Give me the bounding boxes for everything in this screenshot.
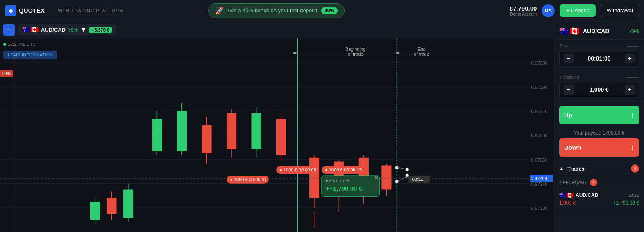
up-arrow-icon: ↑ bbox=[630, 111, 634, 119]
trade-buttons-section: Up ↑ Your payout: 1790.00 € Down ↓ bbox=[554, 102, 644, 161]
sidebar-pair-name: AUD/CAD bbox=[583, 28, 610, 34]
down-arrow-icon: ↓ bbox=[630, 143, 634, 152]
trade-item-flags: 🇦🇺🇨🇦 bbox=[559, 192, 573, 198]
time-plus-button[interactable]: + bbox=[625, 54, 635, 63]
time-value: 00:01:00 bbox=[587, 55, 610, 62]
sidebar-pair-pct: 79% bbox=[629, 28, 639, 34]
investment-minus-button[interactable]: − bbox=[564, 85, 574, 95]
trade-item-header: 🇦🇺🇨🇦 AUD/CAD 00:15 bbox=[559, 192, 639, 198]
balance-label: Demo Account bbox=[510, 12, 537, 16]
svg-rect-10 bbox=[177, 111, 187, 151]
trades-arrow-icon: ▲ bbox=[559, 166, 564, 171]
deposit-button[interactable]: + Deposit bbox=[560, 4, 595, 17]
bonus-pct: 40% bbox=[321, 7, 338, 14]
pair-selector[interactable]: 🇦🇺🇨🇦 AUD/CAD 79% ▼ +5,370 € bbox=[18, 24, 116, 35]
svg-text:of trade: of trade bbox=[414, 52, 429, 56]
trade-item-profit: +1,790.00 € bbox=[613, 200, 639, 206]
investment-value: 1,000 € bbox=[590, 86, 609, 93]
svg-text:End: End bbox=[417, 47, 426, 52]
svg-text:0.97230: 0.97230 bbox=[531, 206, 548, 211]
investment-control: − 1,000 € + bbox=[559, 82, 639, 97]
svg-text:0.97280: 0.97280 bbox=[531, 85, 548, 90]
chart-toolbar: + 🇦🇺🇨🇦 AUD/CAD 79% ▼ +5,370 € bbox=[0, 21, 554, 38]
svg-rect-12 bbox=[202, 125, 211, 153]
investment-plus-button[interactable]: + bbox=[625, 85, 635, 95]
logo-name: QUOTEX bbox=[19, 7, 45, 14]
up-button[interactable]: Up ↑ bbox=[559, 106, 639, 124]
svg-rect-16 bbox=[251, 113, 261, 149]
trade-item-time: 00:15 bbox=[628, 193, 639, 198]
trade-item-values: 1,000 € +1,790.00 € bbox=[559, 200, 639, 206]
bonus-text: Get a 40% bonus on your first deposit bbox=[228, 7, 317, 14]
pair-pct: 79% bbox=[68, 27, 78, 33]
pair-name: AUD/CAD bbox=[41, 27, 66, 33]
svg-text:++1,790.00 €: ++1,790.00 € bbox=[326, 185, 363, 192]
trade-item-name: AUD/CAD bbox=[576, 192, 625, 198]
trade-item: 🇦🇺🇨🇦 AUD/CAD 00:15 1,000 € +1,790.00 € bbox=[554, 189, 644, 209]
add-button[interactable]: + bbox=[3, 24, 15, 36]
nav-divider: · bbox=[50, 7, 52, 14]
svg-rect-24 bbox=[90, 202, 100, 220]
balance-amount: €7,790.00 bbox=[510, 5, 537, 12]
svg-rect-8 bbox=[152, 119, 162, 151]
pair-change: +5,370 € bbox=[89, 27, 112, 33]
svg-text:- 00:11: - 00:11 bbox=[409, 177, 424, 182]
sidebar: 🇦🇺🇨🇦 AUD/CAD 79% Time ——— − 00:01:00 + I… bbox=[554, 21, 644, 232]
svg-text:0.97250: 0.97250 bbox=[531, 158, 548, 162]
trades-date: 2 FEBRUARY 4 bbox=[554, 176, 644, 189]
payout-text: Your payout: 1790.00 € bbox=[559, 128, 639, 138]
main-area: + 🇦🇺🇨🇦 AUD/CAD 79% ▼ +5,370 € 29% 16:27:… bbox=[0, 21, 644, 232]
svg-text:✕: ✕ bbox=[374, 175, 379, 181]
chart-canvas: 0.97290 0.97280 0.97270 0.97260 0.97250 … bbox=[0, 38, 554, 232]
trades-header[interactable]: ▲ Trades 3 bbox=[554, 161, 644, 176]
withdrawal-button[interactable]: Withdrawal bbox=[601, 4, 639, 17]
svg-text:● 1000 € 00:00:01: ● 1000 € 00:00:01 bbox=[230, 177, 267, 182]
svg-text:Beginning: Beginning bbox=[345, 47, 365, 52]
svg-rect-20 bbox=[123, 190, 133, 218]
logo-icon: ◈ bbox=[5, 5, 16, 16]
time-minus-button[interactable]: − bbox=[564, 54, 574, 63]
sidebar-pair-header: 🇦🇺🇨🇦 AUD/CAD 79% bbox=[554, 21, 644, 40]
investment-label: Investment ——— bbox=[559, 75, 639, 79]
svg-rect-32 bbox=[381, 165, 391, 189]
avatar: DA bbox=[542, 4, 555, 17]
svg-text:of trade: of trade bbox=[348, 52, 363, 56]
chart-area: + 🇦🇺🇨🇦 AUD/CAD 79% ▼ +5,370 € 29% 16:27:… bbox=[0, 21, 554, 232]
platform-label: WEB TRADING PLATFORM bbox=[58, 8, 124, 13]
svg-text:RESULT (P/L): RESULT (P/L) bbox=[326, 178, 352, 183]
svg-rect-26 bbox=[309, 158, 319, 198]
svg-marker-55 bbox=[293, 52, 297, 54]
svg-text:● 1000 € 00:00:15: ● 1000 € 00:00:15 bbox=[325, 167, 362, 172]
trade-item-invest: 1,000 € bbox=[559, 200, 576, 206]
svg-text:0.97258: 0.97258 bbox=[531, 176, 547, 181]
pair-flags: 🇦🇺🇨🇦 bbox=[22, 26, 39, 34]
svg-text:● 1000 € 00:00:08: ● 1000 € 00:00:08 bbox=[279, 167, 316, 172]
time-label: Time ——— bbox=[559, 44, 639, 48]
topnav: ◈ QUOTEX · WEB TRADING PLATFORM 🚀 Get a … bbox=[0, 0, 644, 21]
trades-count: 3 bbox=[631, 164, 639, 173]
down-button[interactable]: Down ↓ bbox=[559, 138, 639, 157]
trades-label: Trades bbox=[567, 166, 631, 172]
svg-text:0.97270: 0.97270 bbox=[531, 109, 548, 114]
trades-date-count: 4 bbox=[590, 179, 597, 186]
svg-text:0.97260: 0.97260 bbox=[531, 133, 548, 138]
balance-area: €7,790.00 Demo Account bbox=[510, 5, 537, 16]
sidebar-pair-flags: 🇦🇺🇨🇦 bbox=[559, 26, 580, 36]
svg-rect-14 bbox=[227, 113, 236, 149]
candlestick-chart: 0.97290 0.97280 0.97270 0.97260 0.97250 … bbox=[0, 38, 554, 232]
trades-date-label: 2 FEBRUARY bbox=[559, 180, 587, 185]
rocket-icon: 🚀 bbox=[215, 6, 224, 15]
investment-section: Investment ——— − 1,000 € + bbox=[554, 71, 644, 102]
svg-rect-18 bbox=[276, 119, 286, 155]
time-section: Time ——— − 00:01:00 + bbox=[554, 40, 644, 71]
nav-right: €7,790.00 Demo Account DA + Deposit With… bbox=[510, 4, 639, 17]
logo: ◈ QUOTEX bbox=[5, 5, 45, 16]
time-control: − 00:01:00 + bbox=[559, 51, 639, 66]
svg-text:0.97240: 0.97240 bbox=[531, 182, 548, 187]
svg-text:0.97290: 0.97290 bbox=[531, 61, 548, 65]
bonus-banner[interactable]: 🚀 Get a 40% bonus on your first deposit … bbox=[208, 3, 345, 18]
svg-rect-22 bbox=[107, 198, 116, 214]
